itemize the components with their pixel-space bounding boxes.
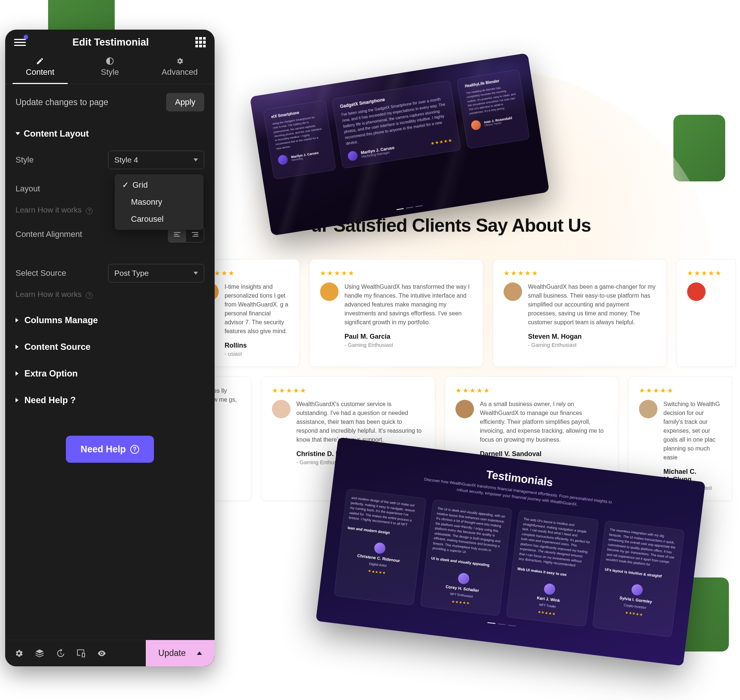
section-title: Columns Manage — [24, 315, 98, 325]
contrast-icon — [106, 57, 114, 65]
help-icon: ? — [86, 208, 92, 214]
menu-icon[interactable] — [14, 36, 26, 48]
layout-option-grid[interactable]: ✓ Grid — [115, 176, 204, 194]
star-rating: ★★★★★ — [430, 137, 453, 146]
avatar — [631, 583, 643, 596]
avatar — [687, 282, 706, 301]
field-layout: Layout x ✓ Grid Masonry Carousel — [16, 174, 204, 203]
editor-footer: Update — [5, 640, 214, 666]
option-label: Carousel — [131, 214, 163, 224]
section-content-layout: Content Layout Style Style 4 Layout x ✓ … — [5, 120, 214, 307]
gear-icon — [176, 57, 184, 65]
apply-button[interactable]: Apply — [166, 93, 204, 112]
section-title: Content Source — [24, 342, 91, 352]
author-role: - Gaming Enthusiast — [528, 342, 656, 348]
editor-tabs: Content Style Advanced — [5, 52, 214, 84]
star-rating: ★★★★★ — [687, 269, 725, 277]
option-label: Grid — [132, 180, 148, 190]
card-author: Sylvia I. GormleyCrypto Investor★★★★★ — [599, 580, 672, 621]
tab-label: Advanced — [162, 68, 198, 76]
star-rating: ★★★★★ — [639, 387, 721, 395]
card-author: Christene C. RidenourDigital Artist★★★★★ — [342, 538, 415, 579]
bottom-card-row: and modern design of the web UI make out… — [334, 489, 685, 637]
apps-grid-icon[interactable] — [195, 37, 206, 47]
section-header[interactable]: Extra Option — [16, 362, 204, 385]
learn-link[interactable]: Learn How it works ? — [16, 288, 204, 305]
check-icon: ✓ — [122, 180, 129, 190]
slider-card-right: HealthyLife Blender The HealthyLife Blen… — [457, 69, 530, 149]
testimonial-card: ★★★★★ — [676, 259, 736, 367]
slider-row: etX Smartphone using the GadgetX Smartph… — [263, 69, 530, 179]
avatar — [470, 119, 482, 131]
star-rating: ★★★★★ — [451, 598, 470, 606]
update-button[interactable]: Update — [146, 640, 214, 666]
section-extra-option: Extra Option — [5, 360, 214, 387]
testimonial-card: ★★★★★WealthGuardX has been a game-change… — [493, 259, 667, 367]
editor-header: Edit Testimonial — [5, 29, 214, 52]
update-row: Update changes to page Apply — [5, 84, 214, 120]
responsive-icon[interactable] — [76, 649, 86, 658]
card-text: and modern design of the web UI make out… — [348, 495, 420, 529]
pencil-icon — [36, 57, 44, 65]
tab-content[interactable]: Content — [5, 52, 75, 84]
card-text: The seamless integration with my dig fan… — [606, 527, 678, 571]
author-role: NFT Trader — [539, 603, 556, 610]
history-icon[interactable] — [56, 649, 65, 658]
learn-link-text: Learn How it works — [16, 290, 82, 299]
tab-style[interactable]: Style — [75, 52, 145, 84]
card-footer: Marilyn J. Caruso Marketing — [278, 148, 327, 165]
section-content-source: Content Source — [5, 334, 214, 360]
bottom-testimonial-card: The seamless integration with my dig fan… — [592, 521, 684, 637]
avatar — [543, 583, 556, 595]
need-help-button[interactable]: Need Help ? — [66, 436, 154, 463]
card-body: using the GadgetX Smartphone for over a … — [272, 115, 325, 151]
section-columns-manage: Columns Manage — [5, 307, 214, 334]
source-dropdown[interactable]: Post Type — [108, 264, 204, 282]
preview-canvas: ur Satisfied Clients Say About Us etX Sm… — [214, 0, 740, 700]
section-title: Need Help ? — [24, 395, 76, 405]
field-select-source: Select Source Post Type — [16, 259, 204, 288]
dropdown-value: Style 4 — [115, 156, 138, 164]
card-text: The UI is sleek and visually appealing, … — [432, 506, 506, 559]
field-label: Layout — [16, 184, 40, 194]
slider-pagination[interactable] — [396, 205, 423, 210]
tab-advanced[interactable]: Advanced — [145, 52, 214, 84]
editor-title: Edit Testimonial — [72, 37, 149, 48]
star-rating: ★★★★★ — [367, 568, 386, 576]
avatar — [278, 154, 289, 165]
author-name: Christene C. Ridenour — [357, 552, 400, 564]
layout-option-masonry[interactable]: Masonry — [115, 194, 204, 210]
settings-icon[interactable] — [14, 649, 23, 658]
testimonial-text: I-time insights and personalized tions I… — [225, 282, 289, 336]
section-header[interactable]: Content Layout — [16, 122, 204, 146]
author-name: Rollins — [225, 342, 289, 350]
notification-dot — [23, 35, 28, 39]
layers-icon[interactable] — [35, 649, 44, 658]
eye-icon[interactable] — [97, 649, 107, 658]
align-right-icon — [192, 232, 198, 237]
testimonial-text: Using WealthGuardX has transformed the w… — [345, 282, 473, 327]
field-label: Content Alignment — [16, 229, 82, 239]
section-header[interactable]: Content Source — [16, 335, 204, 359]
section-header[interactable]: Columns Manage — [16, 308, 204, 332]
tab-label: Content — [26, 68, 54, 76]
align-left-icon — [174, 232, 181, 237]
star-rating: ★★★★★ — [455, 387, 608, 395]
layout-option-carousel[interactable]: Carousel — [115, 210, 204, 228]
style-dropdown[interactable]: Style 4 — [108, 151, 204, 169]
avatar — [272, 400, 291, 418]
layout-dropdown-menu: ✓ Grid Masonry Carousel — [115, 174, 204, 230]
caret-down-icon — [16, 132, 20, 135]
update-changes-text: Update changes to page — [16, 97, 109, 107]
testimonial-card: ★★★★★Using WealthGuardX has transformed … — [309, 259, 483, 367]
avatar — [374, 542, 386, 554]
chevron-down-icon — [194, 159, 198, 162]
chevron-up-icon — [197, 651, 202, 655]
testimonial-text: Switching to WealthG decision for our fa… — [664, 400, 721, 462]
avatar — [320, 282, 339, 301]
slider-card-left: etX Smartphone using the GadgetX Smartph… — [263, 100, 336, 179]
caret-right-icon — [16, 318, 21, 322]
help-icon: ? — [86, 292, 92, 299]
section-title: Content Layout — [23, 128, 89, 139]
section-header[interactable]: Need Help ? — [16, 388, 204, 412]
